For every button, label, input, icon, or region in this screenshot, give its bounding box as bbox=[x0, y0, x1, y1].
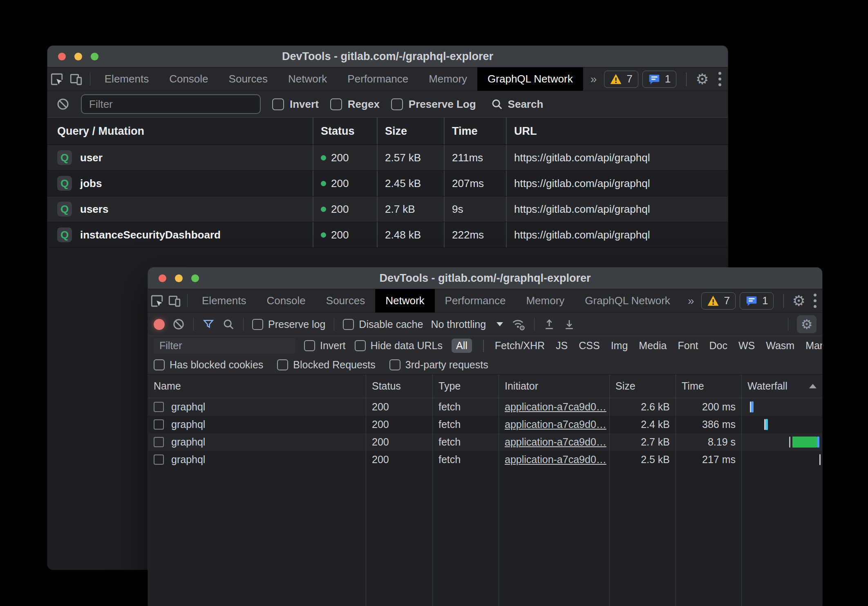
titlebar[interactable]: DevTools - gitlab.com/-/graphql-explorer bbox=[47, 46, 728, 67]
clear-button[interactable] bbox=[56, 98, 69, 111]
filter-type-img[interactable]: Img bbox=[611, 340, 628, 352]
close-window-button[interactable] bbox=[159, 274, 166, 282]
tab-console[interactable]: Console bbox=[256, 289, 315, 312]
issues-badge[interactable]: 1 bbox=[740, 292, 774, 310]
filter-type-ws[interactable]: WS bbox=[738, 340, 755, 352]
table-row[interactable]: graphql 200 fetch application-a7ca9d0… 2… bbox=[148, 451, 822, 468]
row-checkbox[interactable] bbox=[154, 454, 164, 465]
table-row[interactable]: Qusers 200 2.7 kB 9s https://gitlab.com/… bbox=[47, 196, 728, 222]
table-row[interactable]: QinstanceSecurityDashboard 200 2.48 kB 2… bbox=[47, 222, 728, 248]
hide-data-urls-checkbox[interactable]: Hide data URLs bbox=[355, 340, 443, 352]
tab-sources[interactable]: Sources bbox=[316, 289, 375, 312]
tab-sources[interactable]: Sources bbox=[219, 67, 278, 91]
initiator-link[interactable]: application-a7ca9d0… bbox=[505, 436, 606, 448]
invert-checkbox[interactable]: Invert bbox=[304, 340, 346, 352]
inspect-element-button[interactable] bbox=[47, 67, 67, 91]
has-blocked-cookies-checkbox[interactable]: Has blocked cookies bbox=[154, 359, 263, 371]
filter-type-manifest[interactable]: Manifest bbox=[805, 340, 822, 352]
column-header-time[interactable]: Time bbox=[676, 374, 741, 398]
more-tabs-button[interactable]: » bbox=[680, 289, 702, 312]
initiator-link[interactable]: application-a7ca9d0… bbox=[505, 419, 606, 430]
column-header-status[interactable]: Status bbox=[366, 374, 432, 398]
third-party-requests-checkbox[interactable]: 3rd-party requests bbox=[389, 359, 488, 371]
device-toolbar-button[interactable] bbox=[67, 67, 86, 91]
row-checkbox[interactable] bbox=[154, 419, 164, 430]
filter-input[interactable] bbox=[81, 94, 261, 114]
filter-type-font[interactable]: Font bbox=[678, 340, 698, 352]
titlebar[interactable]: DevTools - gitlab.com/-/graphql-explorer bbox=[148, 267, 822, 289]
preserve-log-label: Preserve log bbox=[268, 319, 325, 330]
throttling-select[interactable]: No throttling bbox=[431, 319, 503, 330]
more-tabs-button[interactable]: » bbox=[583, 67, 604, 91]
column-header-size[interactable]: Size bbox=[609, 374, 676, 398]
block-icon bbox=[172, 318, 185, 330]
network-conditions-button[interactable] bbox=[511, 317, 526, 331]
invert-checkbox[interactable]: Invert bbox=[272, 98, 319, 111]
search-button[interactable] bbox=[222, 318, 235, 330]
table-row[interactable]: Quser 200 2.57 kB 211ms https://gitlab.c… bbox=[47, 145, 728, 171]
import-har-button[interactable] bbox=[543, 318, 555, 330]
column-header-status[interactable]: Status bbox=[313, 118, 377, 145]
tab-performance[interactable]: Performance bbox=[435, 289, 516, 312]
column-header-time[interactable]: Time bbox=[444, 118, 506, 145]
filter-input[interactable] bbox=[154, 338, 295, 354]
more-options-kebab-icon[interactable] bbox=[808, 292, 822, 310]
more-options-kebab-icon[interactable] bbox=[712, 71, 728, 88]
tab-elements[interactable]: Elements bbox=[192, 289, 256, 312]
table-row[interactable]: graphql 200 fetch application-a7ca9d0… 2… bbox=[148, 433, 822, 451]
regex-checkbox[interactable]: Regex bbox=[330, 98, 380, 111]
tab-network[interactable]: Network bbox=[278, 67, 337, 91]
column-header-url[interactable]: URL bbox=[506, 118, 728, 145]
maximize-window-button[interactable] bbox=[91, 53, 98, 60]
filter-type-media[interactable]: Media bbox=[639, 340, 667, 352]
tab-graphql-network[interactable]: GraphQL Network bbox=[575, 289, 680, 312]
column-header-size[interactable]: Size bbox=[377, 118, 444, 145]
tab-memory[interactable]: Memory bbox=[418, 67, 477, 91]
settings-gear-icon[interactable]: ⚙ bbox=[790, 294, 808, 308]
table-row[interactable]: graphql 200 fetch application-a7ca9d0… 2… bbox=[148, 416, 822, 433]
tab-graphql-network[interactable]: GraphQL Network bbox=[477, 67, 583, 91]
column-header-waterfall[interactable]: Waterfall bbox=[741, 374, 822, 398]
warnings-badge[interactable]: 7 bbox=[604, 71, 638, 88]
device-toolbar-button[interactable] bbox=[166, 289, 183, 312]
network-settings-button[interactable]: ⚙ bbox=[797, 315, 817, 333]
tab-performance[interactable]: Performance bbox=[337, 67, 418, 91]
table-row[interactable]: graphql 200 fetch application-a7ca9d0… 2… bbox=[148, 398, 822, 416]
filter-type-all[interactable]: All bbox=[452, 339, 472, 353]
tab-memory[interactable]: Memory bbox=[516, 289, 575, 312]
tab-network[interactable]: Network bbox=[375, 289, 434, 312]
preserve-log-checkbox[interactable]: Preserve log bbox=[252, 319, 325, 330]
filter-type-js[interactable]: JS bbox=[556, 340, 568, 352]
disable-cache-checkbox[interactable]: Disable cache bbox=[343, 319, 423, 330]
row-checkbox[interactable] bbox=[154, 402, 164, 412]
filter-toggle-button[interactable] bbox=[202, 318, 215, 330]
initiator-link[interactable]: application-a7ca9d0… bbox=[505, 401, 606, 413]
row-checkbox[interactable] bbox=[154, 437, 164, 447]
export-har-button[interactable] bbox=[563, 318, 575, 330]
close-window-button[interactable] bbox=[58, 53, 66, 60]
settings-gear-icon[interactable]: ⚙ bbox=[692, 72, 712, 87]
warnings-badge[interactable]: 7 bbox=[701, 292, 735, 310]
search-button[interactable]: Search bbox=[491, 98, 544, 111]
filter-type-wasm[interactable]: Wasm bbox=[766, 340, 794, 352]
minimize-window-button[interactable] bbox=[175, 274, 183, 282]
column-header-name[interactable]: Name bbox=[148, 374, 366, 398]
tab-elements[interactable]: Elements bbox=[94, 67, 159, 91]
filter-type-fetch-xhr[interactable]: Fetch/XHR bbox=[495, 340, 545, 352]
preserve-log-checkbox[interactable]: Preserve Log bbox=[391, 98, 476, 111]
initiator-link[interactable]: application-a7ca9d0… bbox=[505, 454, 606, 466]
column-header-initiator[interactable]: Initiator bbox=[499, 374, 609, 398]
clear-network-log-button[interactable] bbox=[172, 318, 185, 330]
column-header-query-mutation[interactable]: Query / Mutation bbox=[47, 118, 313, 145]
filter-type-doc[interactable]: Doc bbox=[709, 340, 727, 352]
issues-badge[interactable]: 1 bbox=[642, 71, 676, 88]
filter-type-css[interactable]: CSS bbox=[579, 340, 600, 352]
inspect-element-button[interactable] bbox=[148, 289, 166, 312]
tab-console[interactable]: Console bbox=[159, 67, 218, 91]
maximize-window-button[interactable] bbox=[191, 274, 199, 282]
minimize-window-button[interactable] bbox=[74, 53, 82, 60]
blocked-requests-checkbox[interactable]: Blocked Requests bbox=[277, 359, 376, 371]
record-network-log-button[interactable] bbox=[154, 319, 165, 330]
table-row[interactable]: Qjobs 200 2.45 kB 207ms https://gitlab.c… bbox=[47, 171, 728, 196]
column-header-type[interactable]: Type bbox=[432, 374, 499, 398]
